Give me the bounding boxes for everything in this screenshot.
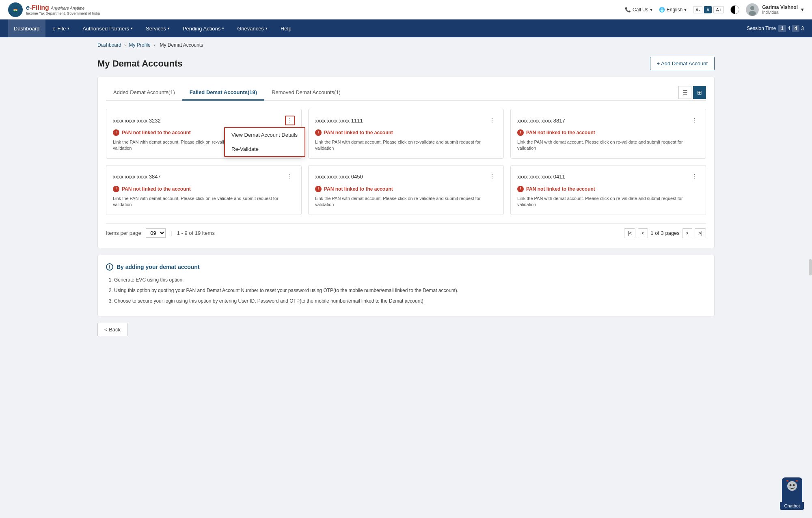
scroll-handle[interactable] <box>809 259 812 275</box>
breadcrumb-profile[interactable]: My Profile <box>129 42 150 48</box>
card-error-4: ! PAN not linked to the account <box>315 186 497 192</box>
nav-services[interactable]: Services ▾ <box>140 19 175 37</box>
demat-card-3: xxxx xxxx xxxx 3847 ⋮ ! PAN not linked t… <box>106 165 302 215</box>
error-icon-1: ! <box>315 129 322 136</box>
error-icon-2: ! <box>517 129 524 136</box>
session-timer: 1 4 4 3 <box>778 25 804 32</box>
user-area[interactable]: Garima Vishnoi Individual ▾ <box>746 3 804 16</box>
card-container: Added Demat Accounts(1) Failed Demat Acc… <box>97 77 715 248</box>
user-avatar-icon <box>746 3 759 16</box>
services-arrow-icon: ▾ <box>168 26 170 30</box>
call-us-button[interactable]: 📞 Call Us ▾ <box>625 7 652 13</box>
error-text-2: PAN not linked to the account <box>526 130 595 135</box>
card-desc-4: Link the PAN with demat account. Please … <box>315 196 497 208</box>
call-us-arrow: ▾ <box>650 7 652 13</box>
language-label: English <box>667 7 682 13</box>
error-icon-4: ! <box>315 186 322 192</box>
items-per-page-label: Items per page: <box>106 230 143 236</box>
card-error-1: ! PAN not linked to the account <box>315 129 497 136</box>
card-menu-button-2[interactable]: ⋮ <box>689 116 699 125</box>
card-menu-button-1[interactable]: ⋮ <box>487 116 497 125</box>
top-bar: 🇮🇳 e-Filing Anywhere Anytime Income Tax … <box>0 0 812 19</box>
view-controls: ☰ ⊞ <box>678 86 706 99</box>
error-text-5: PAN not linked to the account <box>526 186 595 192</box>
demat-card-5: xxxx xxxx xxxx 0411 ⋮ ! PAN not linked t… <box>510 165 706 215</box>
session-info: Session Time 1 4 4 3 <box>747 25 804 32</box>
text-size-normal-button[interactable]: A <box>704 6 712 13</box>
nav-help[interactable]: Help <box>275 19 297 37</box>
card-number-2: xxxx xxxx xxxx 8817 <box>517 118 565 124</box>
card-desc-2: Link the PAN with demat account. Please … <box>517 139 699 152</box>
tab-added-demat[interactable]: Added Demat Accounts(1) <box>106 85 182 101</box>
breadcrumb-dashboard[interactable]: Dashboard <box>97 42 121 48</box>
view-demat-details-button[interactable]: View Demat Account Details <box>225 128 304 142</box>
nav-pending-actions[interactable]: Pending Actions ▾ <box>177 19 230 37</box>
last-page-button[interactable]: >| <box>695 228 706 238</box>
timer-h: 1 <box>778 25 786 32</box>
info-item-3: Choose to secure your login using this o… <box>114 297 706 305</box>
items-per-page-select[interactable]: 09 18 27 <box>146 228 166 238</box>
user-type: Individual <box>762 10 798 15</box>
efile-arrow-icon: ▾ <box>67 26 69 30</box>
list-view-button[interactable]: ☰ <box>678 86 691 99</box>
error-text-3: PAN not linked to the account <box>122 186 191 192</box>
page-title: My Demat Accounts <box>97 58 182 69</box>
card-desc-5: Link the PAN with demat account. Please … <box>517 196 699 208</box>
grid-view-button[interactable]: ⊞ <box>693 86 706 99</box>
re-validate-button[interactable]: Re-Validate <box>225 142 304 156</box>
logo-efiling: e-Filing Anywhere Anytime <box>26 4 100 11</box>
card-header-2: xxxx xxxx xxxx 8817 ⋮ <box>517 116 699 125</box>
svg-text:🇮🇳: 🇮🇳 <box>13 8 17 12</box>
error-text-0: PAN not linked to the account <box>122 130 191 135</box>
logo-text: e-Filing Anywhere Anytime Income Tax Dep… <box>26 4 100 15</box>
grievances-arrow-icon: ▾ <box>266 26 268 30</box>
text-size-controls: A- A A+ <box>693 6 724 13</box>
breadcrumb: Dashboard › My Profile › My Demat Accoun… <box>0 37 812 53</box>
card-number-1: xxxx xxxx xxxx 1111 <box>315 118 363 124</box>
contrast-button[interactable] <box>730 5 739 14</box>
main-content: My Demat Accounts + Add Demat Account Ad… <box>0 53 812 348</box>
text-size-large-button[interactable]: A+ <box>713 6 724 13</box>
info-list: Generate EVC using this option. Using th… <box>106 276 706 305</box>
card-menu-button-0[interactable]: ⋮ <box>285 116 295 125</box>
nav-bar: Dashboard e-File ▾ Authorised Partners ▾… <box>0 19 812 37</box>
page-items-range: 1 - 9 of 19 items <box>177 230 215 236</box>
card-header-0: xxxx xxxx xxxx 3232 ⋮ <box>113 116 295 125</box>
card-menu-button-4[interactable]: ⋮ <box>487 172 497 182</box>
call-us-label: Call Us <box>633 7 648 13</box>
error-icon-5: ! <box>517 186 524 192</box>
user-info: Garima Vishnoi Individual <box>762 4 798 15</box>
card-menu-button-5[interactable]: ⋮ <box>689 172 699 182</box>
card-number-4: xxxx xxxx xxxx 0450 <box>315 174 363 180</box>
pagination-row: Items per page: 09 18 27 | 1 - 9 of 19 i… <box>106 223 706 240</box>
info-section: i By adding your demat account Generate … <box>97 255 715 316</box>
language-button[interactable]: 🌐 English ▾ <box>659 7 687 13</box>
globe-icon: 🌐 <box>659 7 665 13</box>
card-header-4: xxxx xxxx xxxx 0450 ⋮ <box>315 172 497 182</box>
info-title: By adding your demat account <box>117 264 200 270</box>
nav-efile[interactable]: e-File ▾ <box>47 19 76 37</box>
tab-failed-demat[interactable]: Failed Demat Accounts(19) <box>182 85 264 101</box>
prev-page-button[interactable]: < <box>638 228 648 238</box>
nav-authorised-partners[interactable]: Authorised Partners ▾ <box>77 19 138 37</box>
info-icon: i <box>106 263 113 271</box>
add-demat-account-button[interactable]: + Add Demat Account <box>650 57 715 70</box>
svg-point-4 <box>749 11 756 16</box>
demat-card-0: xxxx xxxx xxxx 3232 ⋮ ! PAN not linked t… <box>106 109 302 159</box>
demat-card-2: xxxx xxxx xxxx 8817 ⋮ ! PAN not linked t… <box>510 109 706 159</box>
session-label: Session Time <box>747 26 776 31</box>
text-size-small-button[interactable]: A- <box>693 6 702 13</box>
back-button[interactable]: < Back <box>97 323 127 336</box>
error-text-4: PAN not linked to the account <box>324 186 393 192</box>
next-page-button[interactable]: > <box>682 228 692 238</box>
card-menu-button-3[interactable]: ⋮ <box>285 172 295 182</box>
first-page-button[interactable]: |< <box>624 228 635 238</box>
nav-grievances[interactable]: Grievances ▾ <box>231 19 273 37</box>
timer-m: 4 <box>792 25 800 32</box>
info-header: i By adding your demat account <box>106 263 706 271</box>
demat-cards-grid: xxxx xxxx xxxx 3232 ⋮ ! PAN not linked t… <box>106 109 706 215</box>
nav-dashboard[interactable]: Dashboard <box>8 19 45 37</box>
svg-point-3 <box>750 6 754 10</box>
tab-removed-demat[interactable]: Removed Demat Accounts(1) <box>264 85 348 101</box>
card-error-2: ! PAN not linked to the account <box>517 129 699 136</box>
